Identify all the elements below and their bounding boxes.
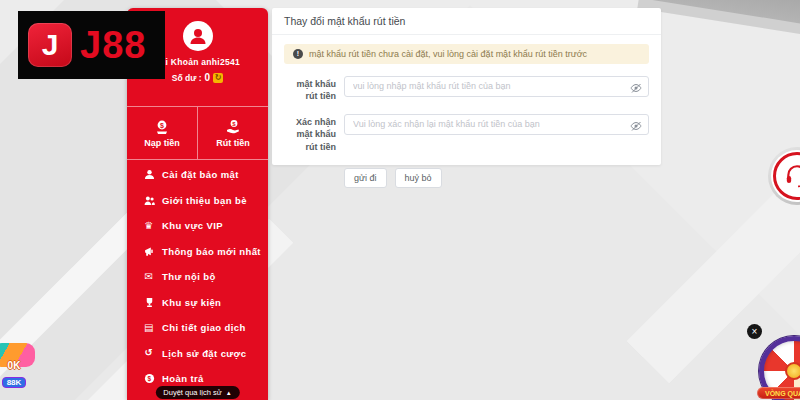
menu-label: Thư nội bộ [162,271,216,282]
alert-icon: ! [293,49,303,59]
tooltip-text: Duyệt qua lịch sử [163,388,221,397]
alert-text: mật khẩu rút tiền chưa cài đặt, vui lòng… [309,49,587,59]
deposit-label: Nạp tiền [144,138,180,148]
sidebar-menu: Cài đặt bảo mật Giới thiệu bạn bè ♛ Khu … [127,160,268,392]
menu-label: Lịch sử đặt cược [162,348,246,359]
brand-logo-text: J88 [80,24,146,67]
menu-label: Chi tiết giao dịch [162,322,246,333]
promo-top-text: 0K [0,360,38,371]
sidebar-item-inbox[interactable]: ✉ Thư nội bộ [127,264,268,290]
menu-label: Giới thiệu bạn bè [162,195,247,206]
warning-alert: ! mật khẩu rút tiền chưa cài đặt, vui lò… [284,44,649,64]
wallet-actions: $ Nạp tiền $ Rút tiền [127,107,268,160]
form-row-password: mật khẩu rút tiền [284,75,649,102]
menu-label: Cài đặt bảo mật [162,169,239,180]
lucky-wheel-banner[interactable]: VÒNG QUAY MAY MẮN [757,387,800,399]
user-gear-icon [143,169,155,180]
sidebar-item-security-settings[interactable]: Cài đặt bảo mật [127,162,268,188]
receipt-icon: ▤ [143,323,155,333]
coin-icon: $ [143,373,155,384]
sidebar-item-betting-history[interactable]: ↺ Lịch sử đặt cược [127,341,268,367]
content-card: Thay đổi mật khẩu rút tiền ! mật khẩu rú… [272,8,661,165]
svg-text:$: $ [160,121,164,129]
user-icon [187,25,209,47]
people-icon [143,195,155,206]
withdraw-button[interactable]: $ Rút tiền [198,107,268,159]
balance-value: 0 [205,72,211,83]
menu-label: Khu vực VIP [162,220,223,231]
menu-label: Hoàn trả [162,373,204,384]
history-icon: ↺ [143,348,155,358]
withdraw-password-input[interactable] [344,76,649,97]
withdraw-label: Rút tiền [216,138,250,148]
balance-label: Số dư : [172,73,202,83]
password-field-label: mật khẩu rút tiền [284,75,336,102]
promo-bottom-text: 88K [2,377,27,388]
eye-off-icon[interactable] [630,80,642,92]
coin-deposit-icon: $ [154,119,170,135]
promo-sticker[interactable]: 0K 88K [0,343,38,389]
menu-label: Khu sự kiện [162,297,221,308]
arrow-up-icon: ▲ [226,390,232,396]
support-247-badge[interactable]: 24/7 [768,147,800,205]
deposit-button[interactable]: $ Nạp tiền [127,107,198,159]
account-name: Tài Khoản anhi2541 [155,57,240,67]
envelope-icon: ✉ [143,272,155,282]
submit-button[interactable]: gửi đi [344,168,387,188]
avatar[interactable] [183,21,213,51]
close-promo-button[interactable]: × [747,324,762,339]
brand-logo[interactable]: J J88 [18,11,165,79]
sidebar-item-latest-announcements[interactable]: Thông báo mới nhất [127,239,268,265]
trophy-icon [143,297,155,308]
eye-off-icon[interactable] [630,118,642,130]
svg-text:$: $ [147,375,151,383]
confirm-withdraw-password-input[interactable] [344,114,649,135]
headset-icon [784,163,800,189]
sidebar-item-events[interactable]: Khu sự kiện [127,290,268,316]
page-title: Thay đổi mật khẩu rút tiền [272,8,661,35]
bg-corner-wedge [637,0,800,55]
cancel-button[interactable]: huỷ bỏ [395,168,442,188]
menu-label: Thông báo mới nhất [162,246,261,257]
megaphone-icon [143,246,155,257]
confirm-password-field-label: Xác nhận mật khẩu rút tiền [284,113,336,152]
sidebar-item-refer-friends[interactable]: Giới thiệu bạn bè [127,188,268,214]
sidebar-item-transaction-details[interactable]: ▤ Chi tiết giao dịch [127,315,268,341]
crown-icon: ♛ [143,221,155,231]
sidebar-item-vip-area[interactable]: ♛ Khu vực VIP [127,213,268,239]
balance-row: Số dư : 0 ↻ [172,72,223,83]
form-buttons: gửi đi huỷ bỏ [344,168,649,188]
form-row-confirm-password: Xác nhận mật khẩu rút tiền [284,113,649,152]
hand-money-icon: $ [225,119,241,135]
scroll-hint-tooltip: Duyệt qua lịch sử ▲ [155,386,239,399]
wheel-hub [785,362,800,380]
refresh-balance-icon[interactable]: ↻ [213,73,223,83]
brand-logo-mark: J [28,23,72,67]
